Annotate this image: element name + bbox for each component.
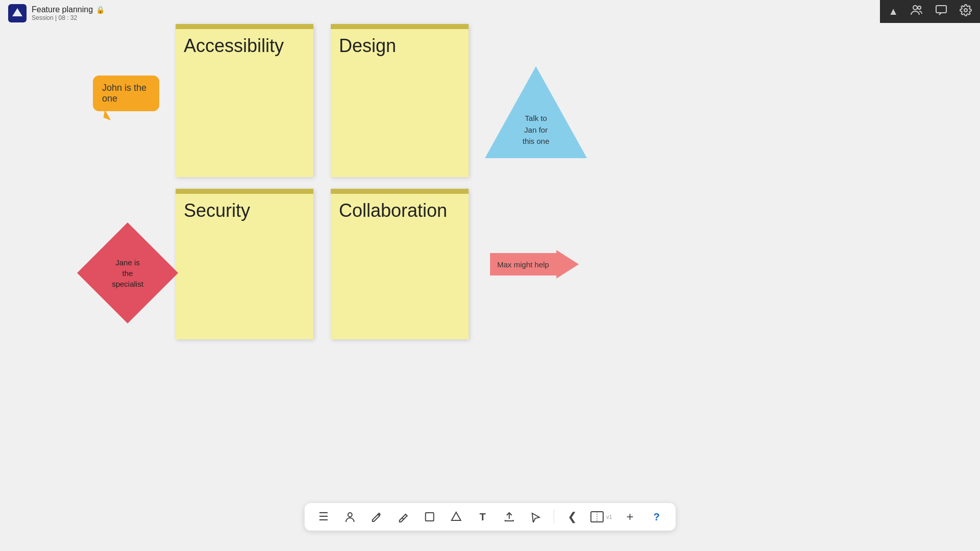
- minimize-icon[interactable]: ▲: [888, 6, 898, 17]
- chat-icon[interactable]: [935, 4, 947, 19]
- svg-point-2: [913, 6, 917, 10]
- page-title: Feature planning 🔒: [32, 5, 105, 14]
- lock-icon: 🔒: [96, 6, 105, 14]
- jane-diamond[interactable]: Jane isthespecialist: [79, 224, 176, 321]
- card-collaboration[interactable]: Collaboration: [331, 189, 469, 339]
- svg-point-3: [918, 6, 921, 9]
- svg-rect-7: [426, 513, 434, 521]
- svg-marker-8: [452, 512, 461, 520]
- max-arrow[interactable]: Max might help: [490, 250, 579, 279]
- svg-rect-4: [936, 6, 946, 13]
- text-button[interactable]: T: [474, 508, 492, 525]
- shapes-button[interactable]: [448, 508, 465, 525]
- card-accessibility[interactable]: Accessibility: [176, 24, 313, 177]
- max-arrow-text: Max might help: [497, 260, 549, 269]
- eraser-button[interactable]: [395, 508, 412, 525]
- canvas: Feature planning 🔒 Session | 08 : 32 ▲: [0, 0, 980, 551]
- upload-button[interactable]: [501, 508, 518, 525]
- person-button[interactable]: [341, 508, 359, 525]
- settings-icon[interactable]: [960, 4, 972, 19]
- frame-button[interactable]: [421, 508, 438, 525]
- arrow-head: [556, 250, 579, 279]
- john-bubble[interactable]: John is the one: [93, 76, 159, 111]
- logo: [8, 4, 27, 22]
- svg-point-5: [964, 9, 967, 12]
- card-design[interactable]: Design: [331, 24, 469, 177]
- toolbar-divider-1: [554, 510, 554, 524]
- top-right-toolbar: ▲: [880, 0, 980, 23]
- cursor-button[interactable]: [527, 508, 545, 525]
- users-icon[interactable]: [911, 4, 923, 19]
- page-number: v1: [606, 514, 612, 520]
- arrow-body: Max might help: [490, 253, 556, 276]
- card-design-title: Design: [331, 29, 469, 57]
- session-info: Session | 08 : 32: [32, 14, 105, 21]
- svg-point-6: [348, 513, 352, 517]
- nav-left-button[interactable]: ❮: [564, 508, 581, 525]
- help-button[interactable]: ?: [648, 508, 665, 525]
- menu-button[interactable]: ☰: [315, 508, 332, 525]
- bottom-toolbar: ☰ T: [305, 503, 676, 531]
- jane-diamond-text: Jane isthespecialist: [112, 257, 143, 289]
- card-security-title: Security: [176, 194, 313, 221]
- card-security[interactable]: Security: [176, 189, 313, 339]
- jan-triangle[interactable]: Talk toJan forthis one: [485, 66, 587, 158]
- page-indicator: v1: [590, 511, 612, 523]
- title-text: Feature planning: [32, 5, 93, 14]
- john-bubble-text: John is the one: [102, 83, 146, 104]
- jan-triangle-text: Talk toJan forthis one: [523, 113, 550, 147]
- card-collaboration-title: Collaboration: [331, 194, 469, 221]
- card-accessibility-title: Accessibility: [176, 29, 313, 57]
- header-info: Feature planning 🔒 Session | 08 : 32: [32, 5, 105, 21]
- header: Feature planning 🔒 Session | 08 : 32: [0, 0, 113, 27]
- add-page-button[interactable]: +: [621, 508, 639, 525]
- pen-button[interactable]: [368, 508, 385, 525]
